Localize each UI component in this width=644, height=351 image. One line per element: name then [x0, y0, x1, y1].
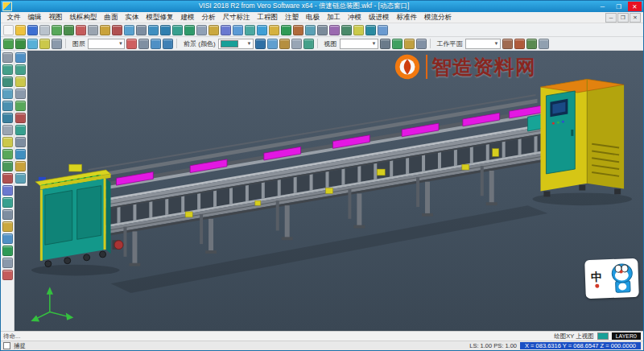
menu-item[interactable]: 冲模 [345, 13, 365, 23]
cad-side-tool-icon[interactable] [2, 221, 13, 232]
menu-item[interactable]: 加工 [324, 13, 345, 23]
cad-tool-icon[interactable] [233, 25, 243, 35]
3d-scene[interactable] [14, 51, 643, 331]
cad-side-tool-icon[interactable] [2, 64, 13, 75]
cad-side-tool-icon[interactable] [2, 161, 13, 171]
menu-item[interactable]: 编辑 [24, 13, 45, 23]
active-layer-chip[interactable]: LAYER0 [612, 332, 641, 340]
cad-tool-icon[interactable] [160, 25, 171, 35]
3d-viewport[interactable]: 智造资料网 中 [14, 51, 643, 331]
cad-side-tool-icon[interactable] [2, 173, 13, 184]
menu-item[interactable]: 电极 [303, 13, 324, 23]
cad-side-tool-icon[interactable] [15, 76, 26, 87]
cad-side-tool-icon[interactable] [2, 258, 13, 268]
cad-tool-icon[interactable] [88, 25, 98, 35]
cad-side-tool-icon[interactable] [15, 137, 26, 147]
cad-tool-icon[interactable] [64, 25, 74, 35]
cad-side-tool-icon[interactable] [2, 185, 13, 196]
menu-item[interactable]: 尺寸标注 [219, 13, 254, 23]
minimize-button[interactable]: ─ [596, 2, 609, 11]
cad-side-tool-icon[interactable] [2, 209, 13, 220]
cad-side-tool-icon[interactable] [2, 113, 13, 123]
cad-tool-icon[interactable] [353, 25, 364, 35]
cad-tool-icon[interactable] [281, 25, 291, 35]
cad-tool-icon[interactable] [39, 39, 50, 49]
cad-tool-icon[interactable] [257, 25, 267, 35]
cad-tool-icon[interactable] [380, 39, 390, 49]
cad-tool-icon[interactable] [416, 39, 427, 49]
snap-checkbox[interactable] [3, 342, 10, 349]
cad-side-tool-icon[interactable] [2, 125, 13, 135]
cad-tool-icon[interactable] [502, 39, 513, 49]
menu-item[interactable]: 曲面 [101, 13, 122, 23]
cad-tool-icon[interactable] [136, 25, 147, 35]
cad-tool-icon[interactable] [52, 39, 62, 49]
cad-tool-icon[interactable] [341, 25, 352, 35]
cad-side-tool-icon[interactable] [2, 137, 13, 147]
menu-item[interactable]: 视图 [45, 13, 66, 23]
cad-tool-icon[interactable] [255, 39, 266, 49]
layers-combobox[interactable]: ▼ [88, 39, 125, 49]
cad-tool-icon[interactable] [539, 39, 549, 49]
cad-side-tool-icon[interactable] [15, 64, 26, 75]
cad-tool-icon[interactable] [76, 25, 86, 35]
cad-tool-icon[interactable] [163, 39, 173, 49]
cad-side-tool-icon[interactable] [2, 246, 13, 256]
cad-tool-icon[interactable] [279, 39, 290, 49]
cad-tool-icon[interactable] [365, 25, 376, 35]
cad-tool-icon[interactable] [138, 39, 149, 49]
cad-tool-icon[interactable] [124, 25, 134, 35]
menu-item[interactable]: 标准件 [393, 13, 421, 23]
cad-side-tool-icon[interactable] [2, 52, 13, 63]
cad-side-tool-icon[interactable] [15, 52, 26, 63]
cad-tool-icon[interactable] [112, 25, 122, 35]
cad-tool-icon[interactable] [526, 39, 537, 49]
cad-side-tool-icon[interactable] [15, 149, 26, 159]
cad-tool-icon[interactable] [27, 39, 38, 49]
cad-side-tool-icon[interactable] [2, 270, 13, 280]
cad-tool-icon[interactable] [39, 25, 50, 35]
cad-side-tool-icon[interactable] [15, 101, 26, 111]
draw-color-swatch[interactable] [597, 332, 609, 340]
menu-item[interactable]: 文件 [3, 13, 24, 23]
cad-tool-icon[interactable] [317, 25, 328, 35]
cad-tool-icon[interactable] [196, 25, 207, 35]
cad-tool-icon[interactable] [267, 39, 278, 49]
cad-side-tool-icon[interactable] [2, 89, 13, 99]
new-file-icon[interactable] [3, 25, 14, 35]
cad-tool-icon[interactable] [221, 25, 231, 35]
mdi-close-button[interactable]: ✕ [630, 13, 641, 23]
cad-tool-icon[interactable] [208, 25, 219, 35]
cad-side-tool-icon[interactable] [15, 89, 26, 99]
menu-item[interactable]: 注塑 [282, 13, 303, 23]
cad-tool-icon[interactable] [378, 25, 388, 35]
open-file-icon[interactable] [15, 25, 26, 35]
cad-tool-icon[interactable] [303, 39, 314, 49]
menu-item[interactable]: 线框构型 [66, 13, 101, 23]
cad-tool-icon[interactable] [329, 25, 340, 35]
cad-tool-icon[interactable] [3, 39, 14, 49]
menu-item[interactable]: 模型修复 [142, 13, 177, 23]
foreground-color-combobox[interactable]: ▼ [218, 39, 254, 49]
cad-side-tool-icon[interactable] [2, 76, 13, 87]
cad-side-tool-icon[interactable] [15, 113, 26, 123]
view-combobox[interactable]: ▼ [340, 39, 378, 49]
menu-item[interactable]: 分析 [198, 13, 219, 23]
cad-tool-icon[interactable] [291, 39, 302, 49]
cad-tool-icon[interactable] [151, 39, 161, 49]
cad-side-tool-icon[interactable] [2, 197, 13, 208]
menu-item[interactable]: 级进模 [365, 13, 394, 23]
cad-tool-icon[interactable] [404, 39, 415, 49]
menu-item[interactable]: 建模 [177, 13, 198, 23]
cad-tool-icon[interactable] [15, 39, 26, 49]
cad-tool-icon[interactable] [184, 25, 195, 35]
cad-tool-icon[interactable] [245, 25, 255, 35]
cad-side-tool-icon[interactable] [15, 161, 26, 171]
cad-tool-icon[interactable] [148, 25, 159, 35]
cad-side-tool-icon[interactable] [15, 125, 26, 135]
workplane-combobox[interactable]: ▼ [465, 39, 501, 49]
menu-item[interactable]: 实体 [122, 13, 142, 23]
cad-tool-icon[interactable] [52, 25, 62, 35]
view-plane-label[interactable]: 绘图XY 上视图 [554, 332, 593, 341]
cad-side-tool-icon[interactable] [2, 233, 13, 244]
